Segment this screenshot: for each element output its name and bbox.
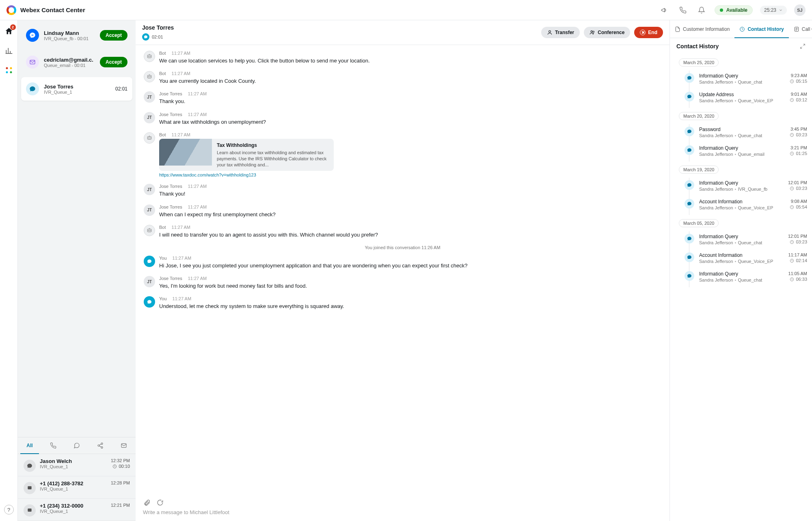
document-icon (675, 26, 680, 32)
message-author: Bot (159, 71, 166, 76)
message-input[interactable] (143, 509, 662, 515)
nav-home-badge: 2 (10, 24, 16, 30)
history-item[interactable]: Information QuerySandra Jefferson•IVR_Qu… (685, 178, 807, 196)
message-time: 11:27 AM (188, 112, 207, 117)
filter-tab-chat[interactable] (65, 437, 89, 454)
quick-reply-icon[interactable] (156, 499, 164, 507)
agent-avatar[interactable]: SJ (794, 4, 806, 16)
history-time: 3:45 PM (790, 127, 807, 131)
message-time: 11:27 AM (172, 71, 190, 76)
history-item[interactable]: Account InformationSandra Jefferson•Queu… (685, 196, 807, 215)
history-channel-icon (685, 92, 694, 101)
history-title: Update Address (699, 92, 785, 97)
message-author: Jose Torres (159, 91, 182, 96)
recent-meta: IVR_Queue_1 (40, 464, 107, 469)
nav-apps[interactable] (4, 65, 14, 75)
task-card-incoming[interactable]: cedriclam@gmail.c. Queue_email - 00:01 A… (21, 50, 132, 74)
history-duration: 05:54 (790, 205, 807, 209)
message-avatar: JT (144, 112, 155, 123)
filter-tab-social[interactable] (89, 437, 112, 454)
svg-point-12 (549, 30, 551, 32)
transfer-button[interactable]: Transfer (541, 27, 580, 38)
task-card-active[interactable]: Jose Torres IVR_Queue_1 02:01 (21, 77, 132, 101)
tab-contact-history[interactable]: Contact History (734, 20, 788, 38)
attachment-icon[interactable] (143, 499, 151, 507)
clock-icon (112, 464, 117, 469)
task-meta: Queue_email - 00:01 (44, 63, 95, 68)
svg-point-16 (148, 56, 149, 57)
status-dot-icon (720, 9, 723, 12)
recent-meta: IVR_Queue_1 (40, 509, 107, 514)
message-card[interactable]: Tax WithholdingsLearn about income tax w… (159, 139, 334, 171)
chevron-down-icon (779, 8, 783, 12)
message-text: You are currently located in Cook County… (159, 78, 661, 85)
nav-home[interactable]: 2 (4, 26, 14, 37)
history-channel-icon (685, 271, 694, 281)
history-item[interactable]: Information QuerySandra Jefferson•Queue_… (685, 71, 807, 89)
message: Bot11:27 AMYou are currently located in … (144, 71, 661, 85)
history-title: Information Query (699, 145, 785, 151)
transcript[interactable]: Bot11:27 AMWe can use location services … (136, 45, 669, 495)
history-item[interactable]: Update AddressSandra Jefferson•Queue_Voi… (685, 89, 807, 108)
svg-point-14 (593, 31, 594, 33)
composer (136, 495, 669, 521)
dialpad-icon[interactable] (677, 4, 689, 16)
history-time: 12:01 PM (788, 234, 807, 239)
tab-call-guide[interactable]: Call Guide (789, 20, 812, 38)
chat-outline-icon (73, 442, 80, 449)
nav-analytics[interactable] (4, 45, 14, 56)
history-meta: Sandra Jefferson•Queue_chat (699, 240, 783, 245)
message-avatar (144, 51, 155, 62)
nav-help[interactable]: ? (4, 505, 14, 515)
history-item[interactable]: Information QuerySandra Jefferson•Queue_… (685, 231, 807, 250)
brand: Webex Contact Center (6, 5, 85, 15)
history-channel-icon (685, 127, 694, 136)
card-body: Learn about income tax withholding and e… (217, 150, 329, 168)
status-pill[interactable]: Available (715, 5, 753, 15)
session-timer[interactable]: 25:23 (760, 6, 787, 15)
message: JTJose Torres11:27 AMThank you! (144, 184, 661, 198)
recent-item[interactable]: +1 (412) 288-3782 IVR_Queue_1 12:28 PM (18, 476, 136, 499)
tab-customer-info[interactable]: Customer Information (670, 20, 734, 38)
history-item[interactable]: Information QuerySandra Jefferson•Queue_… (685, 269, 807, 287)
svg-point-23 (150, 138, 151, 138)
chat-icon (26, 82, 39, 95)
message-avatar: JT (144, 184, 155, 195)
filter-tab-voice[interactable] (41, 437, 65, 454)
history-item[interactable]: Account InformationSandra Jefferson•Queu… (685, 250, 807, 269)
conversation-customer-name: Jose Torres (142, 24, 174, 31)
svg-rect-11 (28, 508, 31, 512)
conversation-panel: Jose Torres 02:01 Transfer (136, 20, 670, 521)
sms-icon (24, 504, 36, 517)
card-link[interactable]: https://www.taxdoc.com/watch?v=withholdi… (159, 172, 661, 177)
filter-tab-email[interactable] (112, 437, 136, 454)
history-channel-icon (685, 180, 694, 190)
recent-item[interactable]: +1 (234) 312-0000 IVR_Queue_1 12:21 PM (18, 499, 136, 521)
message: Bot11:27 AMTax WithholdingsLearn about i… (144, 132, 661, 178)
expand-icon[interactable] (800, 43, 806, 49)
message-text: What are tax withholdings on unemploymen… (159, 118, 661, 126)
message-author: Bot (159, 225, 166, 230)
message-avatar: JT (144, 91, 155, 103)
history-channel-icon (685, 199, 694, 209)
notification-icon[interactable] (696, 4, 707, 16)
filter-tab-all[interactable]: All (18, 437, 41, 454)
end-button[interactable]: End (634, 27, 663, 38)
history-duration: 05:15 (790, 79, 807, 84)
message-time: 11:27 AM (173, 256, 191, 260)
recent-item[interactable]: Jason Welch IVR_Queue_1 12:32 PM 00:10 (18, 454, 136, 476)
task-meta: IVR_Queue_1 (44, 90, 110, 95)
history-item[interactable]: Information QuerySandra Jefferson•Queue_… (685, 143, 807, 161)
announcement-icon[interactable] (659, 4, 670, 16)
history-icon (739, 26, 745, 32)
svg-point-19 (148, 76, 149, 77)
conference-button[interactable]: Conference (584, 27, 630, 38)
task-card-incoming[interactable]: Lindsay Mann IVR_Queue_fb - 00:01 Accept (21, 24, 132, 47)
history-item[interactable]: PasswordSandra Jefferson•Queue_chat3:45 … (685, 124, 807, 143)
contact-history-list[interactable]: March 25, 2020Information QuerySandra Je… (670, 53, 812, 521)
accept-button[interactable]: Accept (100, 57, 127, 67)
recent-name: Jason Welch (40, 458, 107, 464)
message: You11:27 AMHi Jose, I see you just compl… (144, 256, 661, 269)
history-meta: Sandra Jefferson•Queue_chat (699, 278, 784, 282)
accept-button[interactable]: Accept (100, 30, 127, 41)
